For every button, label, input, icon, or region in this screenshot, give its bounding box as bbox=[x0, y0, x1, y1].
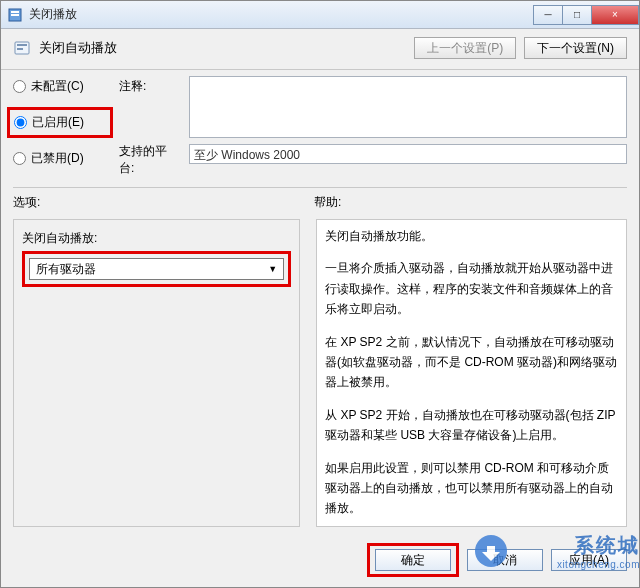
dialog-window: 关闭播放 ─ □ × 关闭自动播放 上一个设置(P) 下一个设置(N) 未配置(… bbox=[0, 0, 640, 588]
maximize-button[interactable]: □ bbox=[562, 5, 592, 25]
radio-disabled[interactable]: 已禁用(D) bbox=[13, 150, 109, 167]
help-p5: 如果启用此设置，则可以禁用 CD-ROM 和可移动介质驱动器上的自动播放，也可以… bbox=[325, 458, 618, 519]
options-heading: 选项: bbox=[13, 194, 314, 211]
apply-button[interactable]: 应用(A) bbox=[551, 549, 627, 571]
svg-rect-2 bbox=[11, 14, 19, 16]
separator bbox=[13, 187, 627, 188]
radio-column: 未配置(C) 已启用(E) 已禁用(D) bbox=[13, 76, 109, 177]
options-column: 关闭自动播放: 所有驱动器 ▼ bbox=[13, 219, 300, 527]
titlebar: 关闭播放 ─ □ × bbox=[1, 1, 639, 29]
radio-disabled-label: 已禁用(D) bbox=[31, 150, 84, 167]
help-p3: 在 XP SP2 之前，默认情况下，自动播放在可移动驱动器(如软盘驱动器，而不是… bbox=[325, 332, 618, 393]
radio-not-configured-label: 未配置(C) bbox=[31, 78, 84, 95]
field-labels-column: 注释: 支持的平台: bbox=[119, 76, 179, 177]
close-button[interactable]: × bbox=[591, 5, 639, 25]
next-setting-button[interactable]: 下一个设置(N) bbox=[524, 37, 627, 59]
dialog-title: 关闭自动播放 bbox=[39, 39, 406, 57]
help-heading: 帮助: bbox=[314, 194, 627, 211]
radio-enabled[interactable]: 已启用(E) bbox=[14, 114, 104, 131]
radio-enabled-label: 已启用(E) bbox=[32, 114, 84, 131]
help-p1: 关闭自动播放功能。 bbox=[325, 226, 618, 246]
minimize-button[interactable]: ─ bbox=[533, 5, 563, 25]
help-column: 关闭自动播放功能。 一旦将介质插入驱动器，自动播放就开始从驱动器中进行读取操作。… bbox=[316, 219, 627, 527]
fields-column: 至少 Windows 2000 bbox=[189, 76, 627, 177]
svg-rect-4 bbox=[17, 44, 27, 46]
highlight-select: 所有驱动器 ▼ bbox=[22, 251, 291, 287]
cancel-button[interactable]: 取消 bbox=[467, 549, 543, 571]
svg-rect-5 bbox=[17, 48, 23, 50]
radio-disabled-input[interactable] bbox=[13, 152, 26, 165]
main-content: 未配置(C) 已启用(E) 已禁用(D) 注释: 支持的平台: bbox=[1, 70, 639, 535]
help-text-box[interactable]: 关闭自动播放功能。 一旦将介质插入驱动器，自动播放就开始从驱动器中进行读取操作。… bbox=[316, 219, 627, 527]
header-row: 关闭自动播放 上一个设置(P) 下一个设置(N) bbox=[1, 29, 639, 70]
bottom-section: 关闭自动播放: 所有驱动器 ▼ 关闭自动播放功能。 一旦将介质插入驱动器，自动播… bbox=[13, 219, 627, 527]
options-group: 关闭自动播放: 所有驱动器 ▼ bbox=[13, 219, 300, 527]
help-p4: 从 XP SP2 开始，自动播放也在可移动驱动器(包括 ZIP 驱动器和某些 U… bbox=[325, 405, 618, 446]
window-title: 关闭播放 bbox=[29, 6, 77, 23]
policy-icon bbox=[13, 39, 31, 57]
drives-select-value: 所有驱动器 bbox=[36, 261, 96, 278]
highlight-ok: 确定 bbox=[367, 543, 459, 577]
radio-not-configured[interactable]: 未配置(C) bbox=[13, 78, 109, 95]
autoplay-off-label: 关闭自动播放: bbox=[22, 230, 291, 247]
comment-label: 注释: bbox=[119, 78, 179, 95]
dialog-footer: 确定 取消 应用(A) bbox=[1, 535, 639, 587]
window-controls: ─ □ × bbox=[534, 5, 639, 25]
mid-labels: 选项: 帮助: bbox=[13, 192, 627, 213]
drives-select[interactable]: 所有驱动器 ▼ bbox=[29, 258, 284, 280]
chevron-down-icon: ▼ bbox=[268, 264, 277, 274]
supported-on-field: 至少 Windows 2000 bbox=[189, 144, 627, 164]
comment-textarea[interactable] bbox=[189, 76, 627, 138]
ok-button[interactable]: 确定 bbox=[375, 549, 451, 571]
help-p2: 一旦将介质插入驱动器，自动播放就开始从驱动器中进行读取操作。这样，程序的安装文件… bbox=[325, 258, 618, 319]
prev-setting-button[interactable]: 上一个设置(P) bbox=[414, 37, 516, 59]
svg-rect-1 bbox=[11, 11, 19, 13]
supported-on-label: 支持的平台: bbox=[119, 143, 179, 177]
radio-not-configured-input[interactable] bbox=[13, 80, 26, 93]
radio-enabled-input[interactable] bbox=[14, 116, 27, 129]
app-icon bbox=[7, 7, 23, 23]
top-section: 未配置(C) 已启用(E) 已禁用(D) 注释: 支持的平台: bbox=[13, 70, 627, 177]
highlight-enabled: 已启用(E) bbox=[7, 107, 113, 138]
